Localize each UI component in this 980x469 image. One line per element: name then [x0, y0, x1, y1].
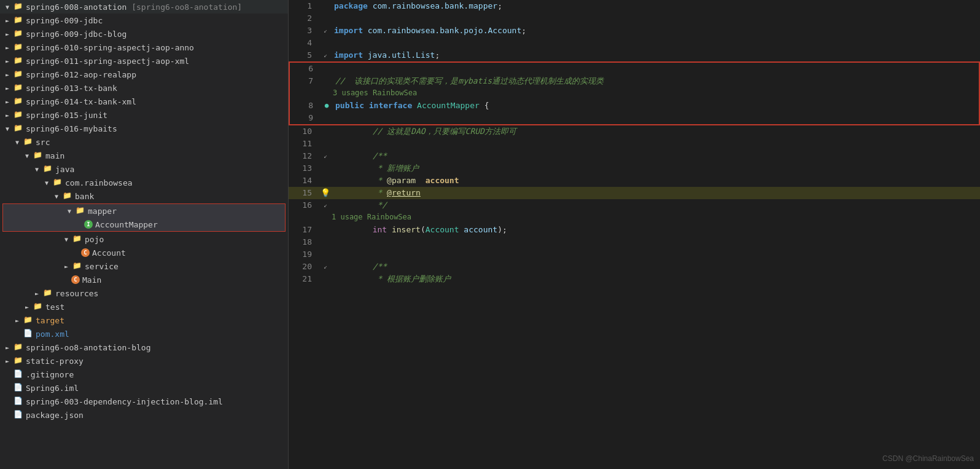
arrow-icon: ►: [2, 344, 12, 351]
folder-icon: 📁: [12, 2, 23, 12]
tree-item-service[interactable]: ► 📁 service: [0, 259, 288, 273]
code-line-3: 3 ↙ import com.rainbowsea.bank.pojo.Acco…: [289, 25, 980, 37]
file-tree[interactable]: ▼ 📁 spring6-008-anotation [spring6-oo8-a…: [0, 0, 289, 469]
gutter: [321, 112, 333, 124]
gutter: [319, 125, 332, 138]
tree-item-target[interactable]: ► 📁 target: [0, 313, 288, 327]
gutter: [321, 63, 333, 75]
arrow-icon: ►: [2, 58, 12, 65]
code-content: [332, 37, 980, 49]
line-number: 13: [289, 162, 319, 175]
tree-label: spring6-009-jdbc-blog: [26, 30, 126, 39]
tree-item-spring6-oo8-blog[interactable]: ► 📁 spring6-oo8-anotation-blog: [0, 341, 288, 354]
tree-label: spring6-003-dependency-injection-blog.im…: [26, 397, 223, 406]
line-number: 10: [289, 125, 319, 138]
folder-icon: 📁: [12, 83, 23, 93]
tree-item-spring6-013[interactable]: ► 📁 spring6-013-tx-bank: [0, 81, 288, 95]
usages-text: 1 usage RainbowSea: [332, 211, 411, 224]
code-line-19: 19: [289, 248, 980, 261]
line-number: 16: [289, 199, 319, 211]
arrow-icon: ▼: [42, 179, 52, 186]
tree-item-spring6-012[interactable]: ► 📁 spring6-012-aop-realapp: [0, 68, 288, 81]
tree-item-account-mapper[interactable]: I AccountMapper: [3, 218, 285, 231]
tree-item-mapper[interactable]: ▼ 📁 mapper: [3, 204, 285, 218]
tree-item-bank[interactable]: ▼ 📁 bank: [0, 189, 288, 203]
tree-label: static-proxy: [26, 357, 84, 366]
code-line-14: 14 * @param account: [289, 175, 980, 187]
tree-label: spring6-oo8-anotation-blog: [26, 343, 151, 352]
code-line-18: 18: [289, 236, 980, 248]
folder-icon: 📁: [71, 234, 82, 244]
code-line-20: 20 ↙ /**: [289, 261, 980, 273]
arrow-icon: ▼: [2, 125, 12, 132]
arrow-icon: ►: [2, 17, 12, 24]
arrow-icon: ▼: [32, 166, 42, 173]
tree-item-com-rainbowsea[interactable]: ▼ 📁 com.rainbowsea: [0, 176, 288, 189]
tree-item-spring6-015[interactable]: ► 📁 spring6-015-junit: [0, 108, 288, 122]
tree-item-gitignore[interactable]: 📄 .gitignore: [0, 368, 288, 381]
folder-icon: 📁: [12, 342, 23, 352]
folder-icon: 📁: [12, 356, 23, 366]
line-number: 4: [289, 37, 319, 49]
tree-item-resources[interactable]: ► 📁 resources: [0, 286, 288, 300]
gutter: [319, 138, 332, 150]
tree-item-spring6-016[interactable]: ▼ 📁 spring6-016-mybaits: [0, 122, 288, 135]
tree-item-spring6-010[interactable]: ► 📁 spring6-010-spring-aspectj-aop-anno: [0, 41, 288, 54]
tree-item-src[interactable]: ▼ 📁 src: [0, 135, 288, 149]
tree-item-test[interactable]: ► 📁 test: [0, 300, 288, 313]
folder-icon: 📁: [12, 124, 23, 133]
tree-item-spring6-iml[interactable]: 📄 Spring6.iml: [0, 381, 288, 395]
tree-item-static-proxy[interactable]: ► 📁 static-proxy: [0, 354, 288, 368]
code-line-13: 13 * 新增账户: [289, 162, 980, 175]
folder-icon: 📁: [22, 315, 33, 325]
code-content: int insert(Account account);: [332, 224, 980, 236]
gutter: ↙: [319, 49, 332, 61]
arrow-icon: ▼: [12, 139, 22, 146]
folder-icon: 📁: [12, 56, 23, 66]
tree-item-spring6-008-anotation[interactable]: ▼ 📁 spring6-008-anotation [spring6-oo8-a…: [0, 0, 288, 14]
code-content: package com.rainbowsea.bank.mapper;: [332, 0, 980, 12]
folder-icon: 📁: [61, 191, 72, 201]
line-number: 21: [289, 273, 319, 285]
tree-item-account[interactable]: C Account: [0, 246, 288, 259]
folder-icon: 📁: [12, 42, 23, 52]
gutter: ↙: [319, 150, 332, 162]
gutter: [321, 75, 333, 87]
tree-item-spring6-009-jdbc-blog[interactable]: ► 📁 spring6-009-jdbc-blog: [0, 27, 288, 41]
iml-icon: 📄: [12, 383, 23, 393]
tree-label: spring6-013-tx-bank: [26, 84, 117, 93]
tree-item-spring6-009-jdbc[interactable]: ► 📁 spring6-009-jdbc: [0, 14, 288, 27]
usages-text: 3 usages RainbowSea: [333, 87, 417, 100]
code-line-1: 1 package com.rainbowsea.bank.mapper;: [289, 0, 980, 12]
code-line-17: 17 int insert(Account account);: [289, 224, 980, 236]
tree-item-spring6-011[interactable]: ► 📁 spring6-011-spring-aspectj-aop-xml: [0, 54, 288, 68]
arrow-icon: ►: [32, 290, 42, 297]
folder-icon: 📁: [22, 137, 33, 147]
tree-item-spring6-003-iml[interactable]: 📄 spring6-003-dependency-injection-blog.…: [0, 395, 288, 408]
tree-item-java[interactable]: ▼ 📁 java: [0, 162, 288, 176]
gutter: [319, 236, 332, 248]
tree-label: spring6-012-aop-realapp: [26, 70, 136, 79]
tree-label: bank: [75, 192, 94, 201]
red-border-block: 6 7 // 该接口的实现类不需要写，是mybatis通过动态代理机制生成的实现…: [289, 61, 980, 125]
tree-item-pom-xml[interactable]: 📄 pom.xml: [0, 327, 288, 341]
tree-item-main-class[interactable]: C Main: [0, 273, 288, 286]
json-icon: 📄: [12, 410, 23, 420]
arrow-icon: ►: [12, 317, 22, 324]
class-icon: C: [81, 248, 90, 257]
code-content: [332, 12, 980, 25]
usages-line-1: 1 usage RainbowSea: [289, 211, 980, 224]
folder-icon: 📁: [32, 151, 43, 160]
folder-icon: 📁: [52, 178, 63, 187]
tree-item-main[interactable]: ▼ 📁 main: [0, 149, 288, 162]
code-content: [333, 63, 979, 75]
gutter: [319, 162, 332, 175]
tree-item-pojo[interactable]: ▼ 📁 pojo: [0, 232, 288, 246]
tree-item-spring6-014[interactable]: ► 📁 spring6-014-tx-bank-xml: [0, 95, 288, 108]
line-number: 14: [289, 175, 319, 187]
tree-item-package-json[interactable]: 📄 package.json: [0, 408, 288, 422]
code-editor[interactable]: 1 package com.rainbowsea.bank.mapper; 2 …: [289, 0, 980, 469]
tree-label: .gitignore: [26, 370, 74, 379]
tree-label: main: [45, 151, 64, 160]
tree-label: resources: [55, 289, 98, 298]
